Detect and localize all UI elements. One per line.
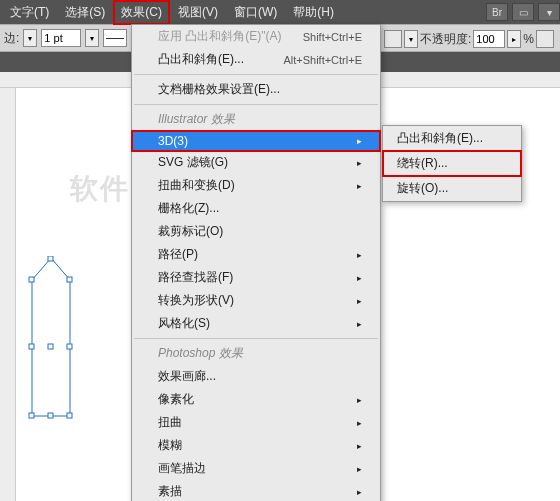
menu-convert-shape[interactable]: 转换为形状(V)▸: [132, 289, 380, 312]
menu-label: 路径查找器(F): [158, 269, 233, 286]
menu-3d[interactable]: 3D(3) ▸: [132, 131, 380, 151]
menu-brush-stroke[interactable]: 画笔描边▸: [132, 457, 380, 480]
submenu-arrow-icon: ▸: [357, 250, 362, 260]
menu-label: 绕转(R)...: [397, 155, 448, 172]
menu-rasterize[interactable]: 栅格化(Z)...: [132, 197, 380, 220]
menu-sketch[interactable]: 素描▸: [132, 480, 380, 501]
menu-effect-gallery[interactable]: 效果画廊...: [132, 365, 380, 388]
menu-crop-marks[interactable]: 裁剪标记(O): [132, 220, 380, 243]
opacity-dropdown-2[interactable]: ▸: [507, 30, 521, 48]
menu-label: 裁剪标记(O): [158, 223, 223, 240]
menu-shortcut: Alt+Shift+Ctrl+E: [283, 54, 362, 66]
menu-label: 旋转(O)...: [397, 180, 448, 197]
menu-svg-filter[interactable]: SVG 滤镜(G)▸: [132, 151, 380, 174]
svg-rect-3: [29, 344, 34, 349]
menu-label: 凸出和斜角(E)...: [397, 130, 483, 147]
menu-label: 文档栅格效果设置(E)...: [158, 81, 280, 98]
toolbar-btn-1[interactable]: ▭: [512, 3, 534, 21]
menu-separator: [134, 74, 378, 75]
submenu-arrow-icon: ▸: [357, 296, 362, 306]
opacity-label: 不透明度:: [420, 31, 471, 48]
submenu-arrow-icon: ▸: [357, 464, 362, 474]
submenu-arrow-icon: ▸: [357, 158, 362, 168]
menu-select[interactable]: 选择(S): [57, 0, 113, 25]
svg-rect-4: [67, 344, 72, 349]
stroke-input[interactable]: [41, 29, 81, 47]
stroke-label: 边:: [4, 30, 19, 47]
submenu-arrow-icon: ▸: [357, 395, 362, 405]
submenu-arrow-icon: ▸: [357, 273, 362, 283]
menu-distort[interactable]: 扭曲▸: [132, 411, 380, 434]
svg-rect-6: [48, 413, 53, 418]
menu-label: 栅格化(Z)...: [158, 200, 219, 217]
menu-extrude-bevel[interactable]: 凸出和斜角(E)... Alt+Shift+Ctrl+E: [132, 48, 380, 71]
menu-label: 应用 凸出和斜角(E)"(A): [158, 28, 282, 45]
bridge-button[interactable]: Br: [486, 3, 508, 21]
svg-rect-0: [29, 277, 34, 282]
svg-rect-7: [67, 413, 72, 418]
percent-label: %: [523, 32, 534, 46]
menu-label: 路径(P): [158, 246, 198, 263]
svg-rect-8: [48, 344, 53, 349]
menu-label: 画笔描边: [158, 460, 206, 477]
submenu-arrow-icon: ▸: [357, 181, 362, 191]
submenu-arrow-icon: ▸: [357, 418, 362, 428]
menu-pathfinder[interactable]: 路径查找器(F)▸: [132, 266, 380, 289]
menu-separator: [134, 338, 378, 339]
menu-label: 凸出和斜角(E)...: [158, 51, 244, 68]
menu-label: 素描: [158, 483, 182, 500]
stroke-style-box[interactable]: [103, 29, 127, 47]
submenu-revolve[interactable]: 绕转(R)...: [383, 151, 521, 176]
menu-label: 转换为形状(V): [158, 292, 234, 309]
menu-label: 像素化: [158, 391, 194, 408]
menu-stylize-ai[interactable]: 风格化(S)▸: [132, 312, 380, 335]
stroke-dropdown-icon[interactable]: ▾: [23, 29, 37, 47]
menu-label: SVG 滤镜(G): [158, 154, 228, 171]
toolbar-btn-2[interactable]: ▾: [538, 3, 560, 21]
menubar: 文字(T) 选择(S) 效果(C) 视图(V) 窗口(W) 帮助(H) Br ▭…: [0, 0, 560, 24]
3d-submenu: 凸出和斜角(E)... 绕转(R)... 旋转(O)...: [382, 125, 522, 202]
menu-shortcut: Shift+Ctrl+E: [303, 31, 362, 43]
opacity-group: ▾ 不透明度: ▸ %: [382, 28, 556, 50]
opacity-more-icon[interactable]: [536, 30, 554, 48]
submenu-extrude[interactable]: 凸出和斜角(E)...: [383, 126, 521, 151]
submenu-arrow-icon: ▸: [357, 319, 362, 329]
menu-header-ps: Photoshop 效果: [132, 342, 380, 365]
svg-rect-1: [48, 256, 53, 261]
menu-path[interactable]: 路径(P)▸: [132, 243, 380, 266]
menu-label: 扭曲: [158, 414, 182, 431]
opacity-input[interactable]: [473, 30, 505, 48]
effect-menu: 应用 凸出和斜角(E)"(A) Shift+Ctrl+E 凸出和斜角(E)...…: [131, 24, 381, 501]
selected-shape[interactable]: [24, 256, 78, 420]
menu-label: 效果画廊...: [158, 368, 216, 385]
menu-label: 风格化(S): [158, 315, 210, 332]
menu-label: 3D(3): [158, 134, 188, 148]
submenu-arrow-icon: ▸: [357, 487, 362, 497]
ruler-vertical: [0, 88, 16, 501]
menu-text[interactable]: 文字(T): [2, 0, 57, 25]
menu-label: 扭曲和变换(D): [158, 177, 235, 194]
svg-rect-5: [29, 413, 34, 418]
menu-apply-last[interactable]: 应用 凸出和斜角(E)"(A) Shift+Ctrl+E: [132, 25, 380, 48]
menu-help[interactable]: 帮助(H): [285, 0, 342, 25]
stroke-unit-dropdown[interactable]: ▾: [85, 29, 99, 47]
opacity-icon[interactable]: [384, 30, 402, 48]
menu-window[interactable]: 窗口(W): [226, 0, 285, 25]
menu-header-ai: Illustrator 效果: [132, 108, 380, 131]
submenu-arrow-icon: ▸: [357, 136, 362, 146]
menu-separator: [134, 104, 378, 105]
menu-label: 模糊: [158, 437, 182, 454]
opacity-dropdown-1[interactable]: ▾: [404, 30, 418, 48]
submenu-arrow-icon: ▸: [357, 441, 362, 451]
svg-rect-2: [67, 277, 72, 282]
submenu-rotate[interactable]: 旋转(O)...: [383, 176, 521, 201]
menu-pixelate[interactable]: 像素化▸: [132, 388, 380, 411]
menu-doc-raster[interactable]: 文档栅格效果设置(E)...: [132, 78, 380, 101]
menu-blur[interactable]: 模糊▸: [132, 434, 380, 457]
menu-distort-transform[interactable]: 扭曲和变换(D)▸: [132, 174, 380, 197]
toolbar-right: Br ▭ ▾: [486, 0, 560, 24]
menu-effect[interactable]: 效果(C): [113, 0, 170, 25]
menu-view[interactable]: 视图(V): [170, 0, 226, 25]
